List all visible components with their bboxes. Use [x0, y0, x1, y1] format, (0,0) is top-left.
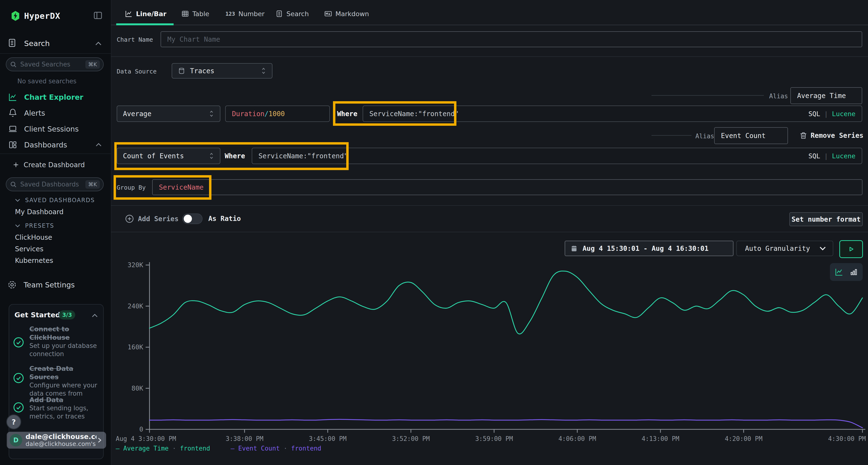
alias-label: Alias: [769, 93, 788, 100]
avatar: D: [10, 434, 22, 446]
play-icon: [847, 245, 855, 253]
chevron-down-icon: [14, 198, 21, 203]
chevron-up-icon[interactable]: [94, 40, 102, 47]
check-circle-icon: [13, 402, 24, 413]
sidebar-item-chart-explorer[interactable]: Chart Explorer: [0, 89, 111, 105]
line-chart-icon: [8, 93, 18, 102]
check-circle-icon: [13, 337, 24, 348]
svg-text:— Average Time · frontend: — Average Time · frontend: [116, 445, 210, 452]
no-saved-searches-text: No saved searches: [18, 77, 76, 85]
svg-text:4:13:00 PM: 4:13:00 PM: [642, 435, 679, 442]
data-source-select[interactable]: Traces: [172, 63, 273, 78]
search-section-icon: [7, 38, 17, 48]
saved-searches-placeholder: Saved Searches: [20, 61, 85, 68]
run-query-button[interactable]: [839, 240, 863, 258]
get-started-title: Get Started: [14, 311, 60, 319]
divider: [651, 95, 764, 96]
tab-line-bar[interactable]: Line/Bar: [125, 8, 166, 20]
svg-text:4:06:00 PM: 4:06:00 PM: [558, 435, 596, 442]
trash-icon: [800, 132, 807, 140]
chevron-right-icon: [96, 437, 103, 444]
sidebar-item-client-sessions[interactable]: Client Sessions: [0, 121, 111, 137]
saved-dashboards-placeholder: Saved Dashboards: [20, 181, 85, 188]
saved-dashboards-section-header[interactable]: SAVED DASHBOARDS: [14, 195, 95, 205]
granularity-select[interactable]: Auto Granularity: [736, 241, 833, 256]
saved-dashboards-input[interactable]: Saved Dashboards ⌘K: [6, 177, 104, 191]
123-icon: 123: [225, 11, 235, 17]
tab-table[interactable]: Table: [181, 8, 209, 20]
query-language-toggle[interactable]: SQL | Lucene: [808, 110, 856, 118]
sidebar-item-alerts[interactable]: Alerts: [0, 105, 111, 121]
select-chevrons-icon: [208, 109, 215, 118]
get-started-step[interactable]: Connect to ClickHouse Set up your databa…: [29, 325, 101, 358]
alias-label: Alias: [695, 133, 714, 140]
svg-text:3:45:00 PM: 3:45:00 PM: [309, 435, 347, 442]
add-series-button[interactable]: Add Series: [125, 213, 179, 225]
calendar-icon: [570, 244, 578, 252]
svg-text:160K: 160K: [128, 343, 144, 351]
dashboards-grid-icon: [8, 140, 18, 150]
search-list-icon: [275, 10, 283, 18]
search-icon: [10, 181, 17, 188]
divider: [0, 53, 111, 54]
where-label-1: Where: [337, 105, 357, 122]
sidebar-item-services[interactable]: Services: [15, 243, 43, 255]
sidebar-item-dashboards[interactable]: Dashboards: [0, 137, 111, 153]
create-dashboard-button[interactable]: Create Dashboard: [12, 157, 85, 172]
tab-number[interactable]: 123 Number: [225, 8, 265, 20]
svg-text:— Event Count · frontend: — Event Count · frontend: [231, 445, 321, 452]
aggregation-select-1[interactable]: Average: [117, 105, 220, 122]
where-input-2[interactable]: ServiceName:"frontend" SQL | Lucene: [252, 148, 862, 164]
sidebar-collapse-button[interactable]: [92, 10, 104, 21]
sidebar-item-team-settings[interactable]: Team Settings: [7, 277, 75, 292]
where-input-1[interactable]: ServiceName:"frontend" SQL | Lucene: [363, 105, 862, 122]
svg-text:0: 0: [140, 426, 143, 433]
sidebar: HyperDX Search Saved Searches ⌘K No save…: [0, 0, 112, 465]
group-by-input[interactable]: ServiceName: [152, 179, 863, 195]
aggregation-select-2[interactable]: Count of Events: [117, 148, 220, 164]
group-by-label: Group By: [117, 184, 146, 191]
divider: [111, 232, 868, 232]
remove-series-button[interactable]: Remove Series: [800, 132, 863, 140]
tab-underline-active: [116, 23, 174, 25]
plus-circle-icon: [125, 214, 134, 223]
laptop-icon: [8, 124, 18, 133]
select-chevrons-icon: [260, 66, 267, 75]
query-language-toggle[interactable]: SQL | Lucene: [808, 152, 856, 160]
set-number-format-button[interactable]: Set number format: [789, 212, 863, 226]
get-started-panel: Get Started 3/3 Connect to ClickHouse Se…: [9, 304, 104, 459]
alias-input-2[interactable]: Event Count: [714, 127, 788, 144]
alias-input-1[interactable]: Average Time: [790, 87, 862, 104]
sidebar-item-my-dashboard[interactable]: My Dashboard: [15, 206, 64, 218]
where-label-2: Where: [225, 148, 245, 164]
user-subtitle: dale@clickhouse.com's: [26, 441, 96, 447]
time-range-picker[interactable]: Aug 4 15:30:01 - Aug 4 16:30:01: [565, 241, 734, 256]
saved-searches-input[interactable]: Saved Searches ⌘K: [6, 57, 104, 71]
tab-markdown[interactable]: Markdown: [324, 8, 369, 20]
svg-text:4:30:00 PM: 4:30:00 PM: [828, 435, 866, 442]
chart-name-input[interactable]: My Chart Name: [161, 31, 862, 47]
chart-svg[interactable]: 080K160K240K320KAug 4 3:30:00 PM3:38:00 …: [111, 258, 868, 465]
as-ratio-label: As Ratio: [208, 213, 241, 225]
chevron-up-icon[interactable]: [91, 313, 98, 319]
user-menu[interactable]: D dale@clickhouse.com dale@clickhouse.co…: [7, 432, 106, 449]
sidebar-item-clickhouse[interactable]: ClickHouse: [15, 232, 52, 243]
sidebar-item-kubernetes[interactable]: Kubernetes: [15, 255, 53, 266]
field-input-1[interactable]: Duration/1000: [225, 105, 330, 122]
shortcut-badge: ⌘K: [85, 60, 100, 69]
bell-icon: [8, 108, 18, 118]
as-ratio-toggle[interactable]: [182, 213, 203, 224]
svg-text:240K: 240K: [128, 302, 144, 310]
presets-section-header[interactable]: PRESETS: [14, 221, 54, 231]
search-icon: [10, 61, 17, 68]
tab-search[interactable]: Search: [275, 8, 309, 20]
get-started-step[interactable]: Add Data Start sending logs, metrics, or…: [29, 396, 101, 421]
divider: [651, 135, 691, 136]
shortcut-badge: ⌘K: [85, 180, 100, 189]
help-button[interactable]: ?: [6, 414, 21, 429]
get-started-step[interactable]: Create Data Sources Configure where your…: [29, 364, 101, 398]
line-chart-icon: [125, 10, 133, 18]
svg-text:80K: 80K: [131, 385, 144, 392]
sidebar-item-search[interactable]: Search: [24, 38, 50, 49]
divider: [111, 56, 868, 57]
